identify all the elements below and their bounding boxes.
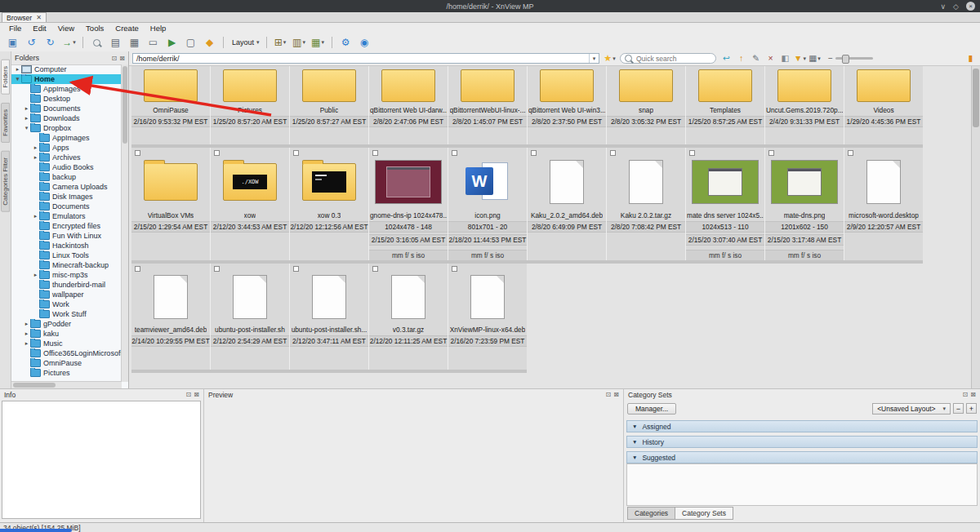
tree-item-desktop[interactable]: Desktop (11, 94, 122, 104)
search-icon[interactable] (88, 35, 105, 50)
view-filter-dropdown[interactable]: ▦▾ (808, 52, 821, 64)
info-icon[interactable]: ◉ (356, 35, 373, 50)
folder-item[interactable]: Uncut.Gems.2019.720p...2/4/20 9:31:33 PM… (765, 66, 844, 144)
folder-item[interactable]: ./XOWxow2/12/20 3:44:53 AM EST (211, 148, 289, 260)
print-icon[interactable]: ▤ (107, 35, 124, 50)
item-checkbox[interactable] (293, 150, 299, 156)
panel-float-icon[interactable]: ⊡ (112, 55, 118, 62)
folder-item[interactable]: VirtualBox VMs2/15/20 1:29:54 AM EST (131, 148, 210, 260)
side-tab-favorites[interactable]: Favorites (1, 103, 10, 143)
item-checkbox[interactable] (531, 150, 537, 156)
menu-create[interactable]: Create (109, 24, 145, 33)
tree-item-hackintosh[interactable]: Hackintosh (11, 241, 122, 250)
tree-item-documents[interactable]: Documents (11, 202, 122, 211)
item-checkbox[interactable] (372, 266, 378, 272)
tab-close-icon[interactable]: ✕ (36, 14, 42, 21)
menu-edit[interactable]: Edit (27, 24, 51, 33)
pane-toggle-icon[interactable]: ▮ (964, 52, 977, 64)
tab-category-sets[interactable]: Category Sets (675, 507, 733, 520)
combo-dropdown-icon[interactable]: ▾ (589, 54, 599, 63)
favorites-star-button[interactable]: ★ ▾ (604, 52, 616, 64)
scrollbar-thumb[interactable] (122, 66, 127, 144)
manager-button[interactable]: Manager... (627, 403, 676, 415)
forward-history-icon[interactable]: ↻ (42, 35, 59, 50)
folder-item[interactable]: Templates1/25/20 8:57:25 AM EST (686, 66, 764, 144)
item-checkbox[interactable] (372, 150, 378, 156)
tree-item-audio-books[interactable]: Audio Books (11, 162, 122, 172)
tree-item-disk-images[interactable]: Disk Images (11, 192, 122, 202)
item-checkbox[interactable] (214, 266, 220, 272)
tree-item-appimages[interactable]: AppImages (11, 84, 122, 94)
folder-item[interactable]: snap2/8/20 3:05:32 PM EST (607, 66, 685, 144)
go-back-icon[interactable]: ↩ (720, 52, 733, 64)
path-combobox[interactable]: /home/derrik/ ▾ (132, 53, 599, 64)
file-item[interactable]: Wicon.png801x701 - 202/18/20 11:44:53 PM… (448, 148, 527, 260)
file-item[interactable]: ubuntu-post-installer.sh2/12/20 2:54:29 … (211, 264, 289, 370)
edit-path-icon[interactable]: ✎ (750, 52, 762, 64)
maximize-icon[interactable]: ◇ (953, 2, 959, 11)
slideshow-icon[interactable]: ▶ (163, 35, 180, 50)
contact-sheet-icon[interactable]: ▦ (126, 35, 143, 50)
folder-item[interactable]: xow 0.32/12/20 12:12:56 AM EST (290, 148, 368, 260)
file-item[interactable]: mate dns server 1024x5...1024x513 - 1102… (686, 148, 764, 260)
section-history[interactable]: ▼History (626, 436, 978, 448)
tree-item-thunderbird-mail[interactable]: thunderbird-mail (11, 280, 122, 290)
menu-view[interactable]: View (52, 24, 80, 33)
menu-file[interactable]: File (3, 24, 27, 33)
sort-dropdown[interactable]: ▥▾ (291, 35, 308, 50)
tree-item-archives[interactable]: ▸Archives (11, 153, 122, 162)
tab-browser[interactable]: Browser ✕ (2, 12, 47, 22)
menu-help[interactable]: Help (145, 24, 172, 33)
remove-layout-button[interactable]: − (953, 403, 964, 414)
scrollbar-thumb[interactable] (13, 383, 56, 388)
fullscreen-icon[interactable]: ▢ (182, 35, 199, 50)
color-label-icon[interactable]: ◧ (779, 52, 791, 64)
item-checkbox[interactable] (135, 150, 140, 156)
tree-item-omnipause[interactable]: OmniPause (11, 358, 122, 368)
item-checkbox[interactable] (452, 150, 457, 156)
tree-item-wallpaper[interactable]: wallpaper (11, 290, 122, 299)
file-item[interactable]: v0.3.tar.gz2/12/20 12:11:25 AM EST (369, 264, 448, 370)
file-item[interactable]: ubuntu-post-installer.sh...2/12/20 3:47:… (290, 264, 368, 370)
search-input[interactable] (635, 54, 711, 64)
capture-icon[interactable]: ▭ (145, 35, 162, 50)
zoom-slider[interactable] (835, 57, 873, 60)
tree-item-linux-tools[interactable]: Linux Tools (11, 250, 122, 260)
menu-tools[interactable]: Tools (80, 24, 109, 33)
panel-close-icon[interactable]: ⊠ (970, 391, 976, 398)
panel-close-icon[interactable]: ⊠ (613, 391, 619, 398)
file-item[interactable]: XnViewMP-linux-x64.deb2/16/20 7:23:59 PM… (448, 264, 527, 370)
item-checkbox[interactable] (689, 150, 695, 156)
quick-search-box[interactable] (620, 53, 716, 64)
settings-icon[interactable]: ⚙ (337, 35, 354, 50)
tree-item-backup[interactable]: backup (11, 172, 122, 182)
open-with-icon[interactable]: →▾ (60, 35, 78, 50)
folder-item[interactable]: Videos1/29/20 4:45:36 PM EST (844, 66, 923, 144)
tree-item-camera-uploads[interactable]: Camera Uploads (11, 182, 122, 192)
folder-item[interactable]: OmniPause2/16/20 9:53:32 PM EST (131, 66, 210, 144)
panel-float-icon[interactable]: ⊡ (963, 391, 969, 398)
tree-item-music[interactable]: ▸Music (11, 339, 122, 348)
tree-item-computer[interactable]: ▸Computer (11, 64, 122, 74)
item-checkbox[interactable] (135, 266, 140, 272)
panel-close-icon[interactable]: ⊠ (119, 55, 125, 62)
browser-window-icon[interactable]: ▣ (4, 35, 21, 50)
tree-item-documents[interactable]: ▸Documents (11, 104, 122, 113)
tree-item-downloads[interactable]: ▸Downloads (11, 113, 122, 123)
minimize-icon[interactable]: ∨ (940, 2, 946, 11)
section-assigned[interactable]: ▼Assigned (626, 420, 978, 432)
tree-horizontal-scrollbar[interactable] (11, 381, 122, 388)
panel-float-icon[interactable]: ⊡ (606, 391, 612, 398)
folder-item[interactable]: qBittorrent Web UI-win3...2/8/20 2:37:50… (528, 66, 606, 144)
tree-item-apps[interactable]: ▸Apps (11, 143, 122, 153)
grid-vertical-scrollbar[interactable] (971, 66, 980, 388)
tree-item-gpodder[interactable]: ▸gPodder (11, 319, 122, 329)
convert-icon[interactable]: ◆ (201, 35, 218, 50)
file-item[interactable]: gnome-dns-ip 1024x478...1024x478 - 1482/… (369, 148, 448, 260)
close-icon[interactable]: × (966, 2, 975, 11)
thumbnail-settings-dropdown[interactable]: ▦▾ (310, 35, 327, 50)
folder-item[interactable]: Pictures1/25/20 8:57:20 AM EST (211, 66, 289, 144)
item-checkbox[interactable] (452, 266, 457, 272)
panel-float-icon[interactable]: ⊡ (186, 391, 192, 398)
tree-item-dropbox[interactable]: ▾Dropbox (11, 123, 122, 133)
